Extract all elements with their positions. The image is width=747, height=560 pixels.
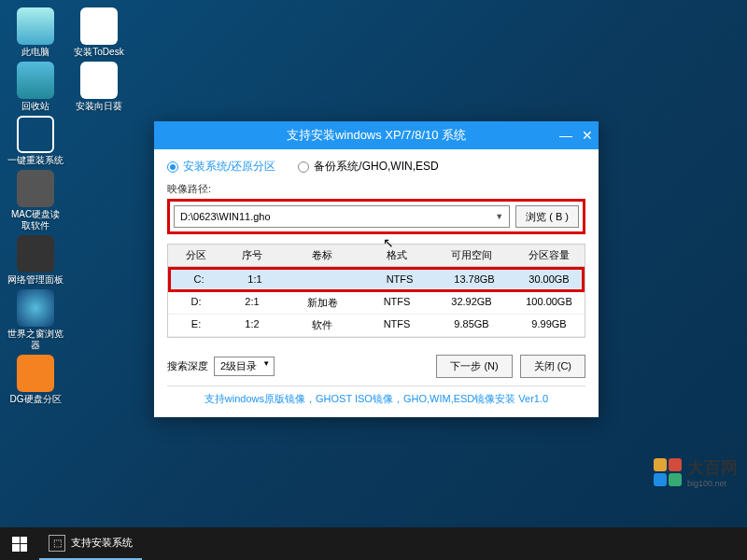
app-icon bbox=[17, 170, 54, 207]
footer-text: 支持windows原版镜像，GHOST ISO镜像，GHO,WIM,ESD镜像安… bbox=[167, 385, 585, 408]
app-icon bbox=[17, 235, 54, 273]
app-icon bbox=[17, 355, 54, 392]
next-button[interactable]: 下一步 (N) bbox=[436, 355, 512, 378]
table-header: 分区 序号 卷标 格式 可用空间 分区容量 bbox=[168, 245, 585, 267]
table-row[interactable]: E:1:2软件NTFS9.85GB9.99GB bbox=[168, 315, 585, 337]
desktop-icon[interactable]: 世界之窗浏览器 bbox=[7, 289, 63, 351]
bottom-controls: 搜索深度 2级目录 下一步 (N) 关闭 (C) bbox=[167, 355, 585, 378]
close-button[interactable]: ✕ bbox=[582, 128, 593, 143]
table-row[interactable]: C:1:1NTFS13.78GB30.00GB bbox=[171, 270, 582, 289]
app-icon bbox=[80, 7, 118, 45]
titlebar[interactable]: 支持安装windows XP/7/8/10 系统 — ✕ bbox=[154, 121, 599, 149]
window-controls: — ✕ bbox=[559, 128, 593, 143]
desktop-icon[interactable]: 回收站 bbox=[7, 62, 63, 112]
selected-row-highlight: C:1:1NTFS13.78GB30.00GB bbox=[168, 267, 585, 292]
close-button-bottom[interactable]: 关闭 (C) bbox=[520, 355, 585, 378]
radio-install[interactable]: 安装系统/还原分区 bbox=[167, 159, 275, 175]
desktop-icon-grid: 此电脑安装ToDesk回收站安装向日葵一键重装系统MAC硬盘读取软件网络管理面板… bbox=[7, 7, 127, 405]
desktop-icon[interactable]: 一键重装系统 bbox=[7, 116, 63, 166]
browse-button[interactable]: 浏览 ( B ) bbox=[515, 205, 579, 228]
app-icon bbox=[17, 116, 54, 153]
path-highlight-box: D:\0623\WIN11.gho 浏览 ( B ) bbox=[167, 199, 585, 234]
desktop-icon[interactable]: 安装ToDesk bbox=[71, 7, 127, 58]
desktop-icon[interactable]: MAC硬盘读取软件 bbox=[7, 170, 63, 231]
start-button[interactable] bbox=[0, 527, 39, 560]
search-depth-group: 搜索深度 2级目录 bbox=[167, 357, 275, 376]
desktop-icon[interactable]: 网络管理面板 bbox=[7, 235, 63, 286]
desktop: 此电脑安装ToDesk回收站安装向日葵一键重装系统MAC硬盘读取软件网络管理面板… bbox=[0, 0, 747, 527]
minimize-button[interactable]: — bbox=[559, 128, 572, 143]
radio-backup[interactable]: 备份系统/GHO,WIN,ESD bbox=[298, 159, 438, 175]
taskbar[interactable]: ⬚ 支持安装系统 bbox=[0, 527, 747, 560]
path-label: 映像路径: bbox=[167, 182, 585, 196]
taskbar-item-installer[interactable]: ⬚ 支持安装系统 bbox=[39, 527, 142, 560]
watermark: 大百网 big100.net bbox=[654, 456, 738, 488]
depth-select[interactable]: 2级目录 bbox=[214, 357, 275, 376]
image-path-select[interactable]: D:\0623\WIN11.gho bbox=[174, 205, 510, 228]
partition-table: 分区 序号 卷标 格式 可用空间 分区容量 C:1:1NTFS13.78GB30… bbox=[167, 244, 585, 338]
app-icon bbox=[17, 289, 54, 327]
radio-dot-icon bbox=[298, 161, 309, 173]
app-icon bbox=[17, 62, 54, 99]
desktop-icon[interactable]: 此电脑 bbox=[7, 7, 63, 58]
mode-radio-group: 安装系统/还原分区 备份系统/GHO,WIN,ESD bbox=[167, 159, 585, 175]
desktop-icon[interactable]: DG硬盘分区 bbox=[7, 355, 63, 405]
action-buttons: 下一步 (N) 关闭 (C) bbox=[436, 355, 585, 378]
windows-icon bbox=[12, 537, 27, 552]
table-row[interactable]: D:2:1新加卷NTFS32.92GB100.00GB bbox=[168, 292, 585, 315]
window-title: 支持安装windows XP/7/8/10 系统 bbox=[287, 127, 466, 144]
app-icon bbox=[17, 7, 54, 45]
window-content: 安装系统/还原分区 备份系统/GHO,WIN,ESD 映像路径: D:\0623… bbox=[154, 149, 599, 417]
app-icon bbox=[80, 62, 118, 99]
radio-dot-icon bbox=[167, 161, 178, 173]
watermark-logo-icon bbox=[654, 458, 682, 486]
desktop-icon[interactable]: 安装向日葵 bbox=[71, 62, 127, 112]
table-body: C:1:1NTFS13.78GB30.00GBD:2:1新加卷NTFS32.92… bbox=[168, 267, 585, 337]
installer-window: 支持安装windows XP/7/8/10 系统 — ✕ 安装系统/还原分区 备… bbox=[154, 121, 599, 417]
task-icon: ⬚ bbox=[49, 535, 65, 552]
